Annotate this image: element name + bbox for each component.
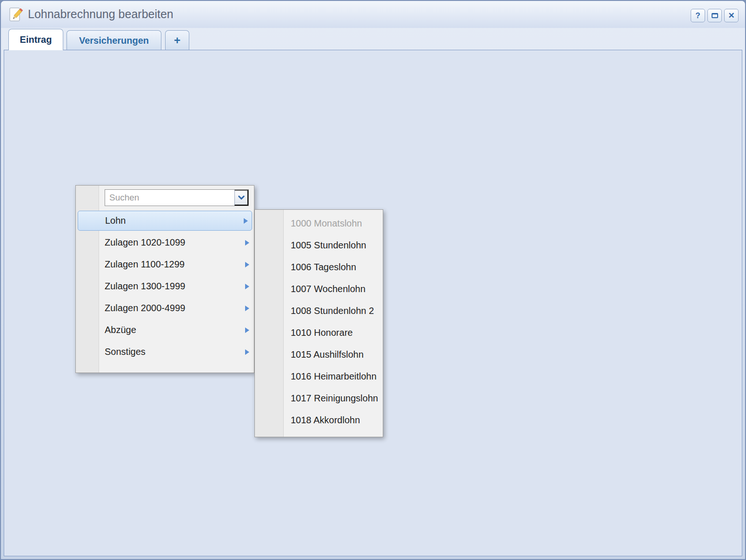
- submenu-arrow-icon: [245, 262, 249, 267]
- menu-search-box: [105, 189, 249, 206]
- menu-search-input[interactable]: [105, 190, 234, 206]
- menu-item[interactable]: Zulagen 1300-1999: [76, 275, 254, 297]
- submenu-item[interactable]: 1015 Aushilfslohn: [255, 344, 383, 366]
- add-dropdown-menu: LohnZulagen 1020-1099Zulagen 1100-1299Zu…: [75, 185, 254, 373]
- submenu-item-label: 1015 Aushilfslohn: [291, 349, 364, 360]
- menu-item[interactable]: Lohn: [78, 211, 252, 231]
- help-button[interactable]: ?: [691, 9, 705, 22]
- submenu-item[interactable]: 1007 Wochenlohn: [255, 278, 383, 300]
- menu-item[interactable]: Zulagen 1100-1299: [76, 253, 254, 275]
- submenu-item[interactable]: 1018 Akkordlohn: [255, 409, 383, 431]
- submenu-item-label: 1010 Honorare: [291, 327, 353, 338]
- menu-search-dropdown-button[interactable]: [234, 190, 248, 206]
- tab-eintrag-label: Eintrag: [20, 34, 52, 45]
- menu-category-list: LohnZulagen 1020-1099Zulagen 1100-1299Zu…: [76, 210, 254, 363]
- submenu-item[interactable]: 1006 Tageslohn: [255, 256, 383, 278]
- menu-item-label: Zulagen 1300-1999: [105, 281, 185, 292]
- submenu-arrow-icon: [245, 327, 249, 333]
- close-icon: ✕: [728, 11, 734, 20]
- lohn-submenu: 1000 Monatslohn1005 Stundenlohn1006 Tage…: [254, 209, 383, 437]
- submenu-item-label: 1018 Akkordlohn: [291, 415, 360, 426]
- payroll-edit-dialog: Lohnabrechnung bearbeiten ? ✕ Eintrag Ve…: [0, 0, 746, 560]
- menu-item[interactable]: Zulagen 1020-1099: [76, 232, 254, 253]
- submenu-item-label: 1000 Monatslohn: [291, 218, 362, 229]
- chevron-down-icon: [238, 195, 245, 200]
- submenu-item[interactable]: 1005 Stundenlohn: [255, 234, 383, 256]
- tab-versicherungen[interactable]: Versicherungen: [67, 30, 161, 50]
- tab-eintrag[interactable]: Eintrag: [8, 29, 63, 50]
- submenu-item-list: 1000 Monatslohn1005 Stundenlohn1006 Tage…: [255, 213, 383, 431]
- window-controls: ? ✕: [691, 9, 739, 22]
- menu-item[interactable]: Sonstiges: [76, 341, 254, 363]
- submenu-item-label: 1005 Stundenlohn: [291, 240, 366, 251]
- submenu-arrow-icon: [244, 218, 248, 224]
- submenu-item-label: 1007 Wochenlohn: [291, 284, 366, 294]
- menu-item[interactable]: Abzüge: [76, 319, 254, 341]
- tab-add[interactable]: +: [165, 30, 189, 50]
- tab-versicherungen-label: Versicherungen: [79, 35, 149, 46]
- submenu-arrow-icon: [245, 240, 249, 246]
- close-button[interactable]: ✕: [724, 9, 739, 22]
- plus-icon: +: [174, 34, 180, 47]
- submenu-arrow-icon: [245, 306, 249, 311]
- dialog-title: Lohnabrechnung bearbeiten: [28, 7, 173, 21]
- submenu-item[interactable]: 1016 Heimarbeitlohn: [255, 366, 383, 387]
- edit-pencil-icon: [8, 7, 23, 22]
- submenu-item-label: 1016 Heimarbeitlohn: [291, 371, 377, 382]
- submenu-item[interactable]: 1000 Monatslohn: [255, 213, 383, 234]
- titlebar: Lohnabrechnung bearbeiten ? ✕: [1, 1, 745, 28]
- submenu-item-label: 1017 Reinigungslohn: [291, 393, 378, 404]
- submenu-item[interactable]: 1008 Stundenlohn 2: [255, 300, 383, 322]
- menu-item-label: Zulagen 2000-4999: [105, 303, 185, 313]
- submenu-item-label: 1008 Stundenlohn 2: [291, 306, 374, 316]
- submenu-arrow-icon: [245, 349, 249, 355]
- submenu-item[interactable]: 1017 Reinigungslohn: [255, 387, 383, 409]
- submenu-item[interactable]: 1010 Honorare: [255, 322, 383, 344]
- menu-item-label: Zulagen 1100-1299: [105, 259, 185, 270]
- maximize-icon: [712, 13, 718, 18]
- submenu-arrow-icon: [245, 284, 249, 289]
- submenu-item-label: 1006 Tageslohn: [291, 262, 356, 273]
- maximize-button[interactable]: [707, 9, 722, 22]
- menu-item[interactable]: Zulagen 2000-4999: [76, 297, 254, 319]
- menu-item-label: Abzüge: [105, 325, 136, 335]
- menu-item-label: Lohn: [105, 215, 126, 226]
- menu-item-label: Sonstiges: [105, 347, 146, 357]
- menu-item-label: Zulagen 1020-1099: [105, 237, 185, 248]
- help-icon: ?: [695, 11, 700, 20]
